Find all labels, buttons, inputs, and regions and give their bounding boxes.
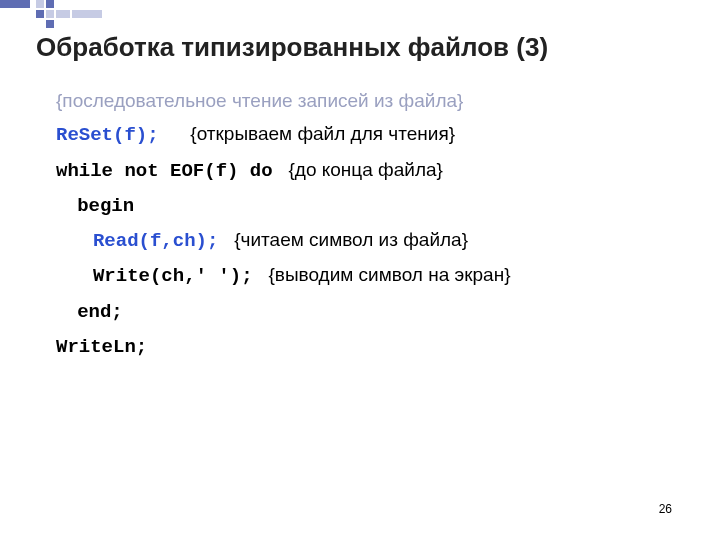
code-line: while not EOF(f) do {до конца файла} bbox=[56, 153, 676, 188]
slide-title: Обработка типизированных файлов (3) bbox=[36, 32, 548, 63]
svg-rect-2 bbox=[36, 10, 44, 18]
code-call: ReSet(f); bbox=[56, 124, 159, 146]
code-keyword: Write(ch,' '); bbox=[93, 265, 253, 287]
svg-rect-1 bbox=[36, 0, 44, 8]
svg-rect-3 bbox=[46, 0, 54, 8]
header-comment: {последовательное чтение записей из файл… bbox=[56, 84, 676, 117]
svg-rect-7 bbox=[72, 10, 102, 18]
code-line: end; bbox=[56, 294, 676, 329]
code-comment: {открываем файл для чтения} bbox=[190, 123, 455, 144]
svg-rect-6 bbox=[46, 20, 54, 28]
code-keyword: while not EOF(f) do bbox=[56, 160, 273, 182]
page-number: 26 bbox=[659, 502, 672, 516]
code-block: {последовательное чтение записей из файл… bbox=[56, 84, 676, 364]
code-keyword: end; bbox=[77, 301, 123, 323]
code-comment: {выводим символ на экран} bbox=[268, 264, 510, 285]
code-line: ReSet(f); {открываем файл для чтения} bbox=[56, 117, 676, 152]
code-call: Read(f,ch); bbox=[93, 230, 218, 252]
code-line: Read(f,ch); {читаем символ из файла} bbox=[56, 223, 676, 258]
code-line: WriteLn; bbox=[56, 329, 676, 364]
svg-rect-0 bbox=[0, 0, 30, 8]
code-line: begin bbox=[56, 188, 676, 223]
code-keyword: WriteLn; bbox=[56, 336, 147, 358]
svg-rect-5 bbox=[56, 10, 70, 18]
code-keyword: begin bbox=[77, 195, 134, 217]
svg-rect-4 bbox=[46, 10, 54, 18]
code-comment: {читаем символ из файла} bbox=[234, 229, 468, 250]
code-comment: {до конца файла} bbox=[288, 159, 442, 180]
code-line: Write(ch,' '); {выводим символ на экран} bbox=[56, 258, 676, 293]
